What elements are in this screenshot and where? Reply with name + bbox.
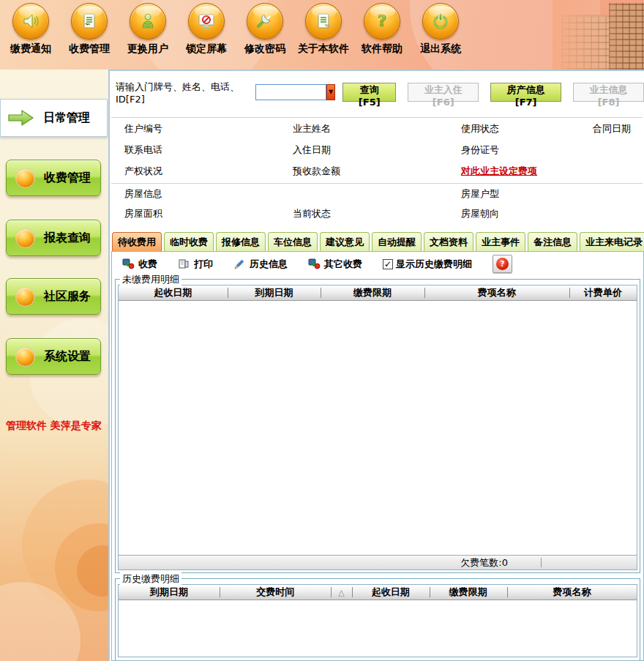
column-header-fee-name[interactable]: 费项名称 [424,285,569,300]
search-dropdown-button[interactable]: ▼ [326,84,335,100]
tab-repair-info[interactable]: 报修信息 [216,232,266,251]
tab-suggestions[interactable]: 建议意见 [320,232,370,251]
field-house-area: 房屋面积 [124,203,293,223]
toolbar-item-change-password[interactable]: 修改密码 [236,3,294,56]
about-icon [305,3,342,40]
top-toolbar: 缴费通知 收费管理 更换用户 锁定屏幕 修改密码 [0,0,644,70]
status-divider [541,558,542,567]
pending-fees-title: 未缴费用明细 [120,273,181,286]
column-header-start-date[interactable]: 起收日期 [352,585,430,600]
sidebar-item-label: 日常管理 [43,111,90,126]
toolbar-item-switch-user[interactable]: 更换用户 [119,3,177,56]
property-info-button[interactable]: 房产信息[F7] [490,83,561,102]
pending-table-body[interactable] [119,301,637,555]
column-header-due-date[interactable]: 到期日期 [119,585,220,600]
house-info-grid: 房屋信息 房屋户型 房屋面积 当前状态 房屋朝向 [110,184,644,223]
toolbar-item-about[interactable]: 关于本软件 [294,3,353,56]
tab-auto-reminder[interactable]: 自动提醒 [372,232,422,251]
sidebar-item-label: 系统设置 [44,349,91,365]
history-table-body[interactable] [119,600,637,657]
column-header-unit-price[interactable]: 计费单价 [569,285,637,300]
field-current-status: 当前状态 [293,203,461,223]
sidebar-item-community-service[interactable]: 社区服务 [6,278,101,315]
lock-screen-icon [188,3,225,40]
pending-fees-table: 起收日期 到期日期 缴费限期 费项名称 计费单价 欠费笔数:0 [118,285,637,570]
toolbar-item-help[interactable]: ? 软件帮助 [353,3,411,56]
other-charge-button[interactable]: 其它收费 [308,258,362,271]
owner-info-button[interactable]: 业主信息[F8] [573,83,644,102]
search-input[interactable] [255,84,326,100]
column-header-payment-deadline[interactable]: 缴费限期 [430,585,507,600]
checkbox-icon: ✓ [383,259,393,269]
field-id-number: 身份证号 [461,139,593,160]
tab-owner-calls[interactable]: 业主来电记录 [580,232,644,251]
power-icon [422,3,459,40]
field-house-type: 房屋户型 [461,184,593,203]
actions-toolbar: 收费 打印 历史信息 [112,252,643,276]
help-button[interactable]: ? [493,255,512,273]
pending-status-bar: 欠费笔数:0 [119,555,637,569]
search-label: 请输入门牌号、姓名、电话、ID[F2] [116,81,255,105]
svg-text:?: ? [378,12,386,30]
charge-icon [308,258,321,270]
decor-circle [22,479,108,611]
owner-checkin-button[interactable]: 业主入住[F6] [408,83,479,102]
toolbar-item-payment-notice[interactable]: 缴费通知 [1,3,60,56]
charge-button[interactable]: 收费 [122,258,157,271]
history-info-button[interactable]: 历史信息 [233,258,288,271]
decor-circle [55,523,108,611]
toolbar-item-exit[interactable]: 退出系统 [411,3,470,56]
field-usage-status: 使用状态 [461,118,593,139]
owner-info-grid: 住户编号 业主姓名 使用状态 合同日期 联系电话 入住日期 身份证号 产权状况 … [110,118,644,182]
sidebar-item-daily-management[interactable]: 日常管理 [0,99,108,137]
charge-icon [122,258,135,270]
pending-table-header: 起收日期 到期日期 缴费限期 费项名称 计费单价 [119,285,637,301]
sidebar-item-report-query[interactable]: 报表查询 [6,220,101,256]
toolbar-label: 退出系统 [420,42,461,56]
document-icon [71,3,108,40]
orb-icon [15,347,35,367]
toolbar-item-charge-management[interactable]: 收费管理 [60,3,119,56]
history-fees-table: 到期日期 交费时间 △ 起收日期 缴费限期 费项名称 [118,584,637,657]
history-table-header: 到期日期 交费时间 △ 起收日期 缴费限期 费项名称 [119,585,637,600]
sidebar-item-system-settings[interactable]: 系统设置 [6,338,101,375]
show-history-checkbox[interactable]: ✓ 显示历史缴费明细 [383,258,472,271]
tab-bar: 待收费用 临时收费 报修信息 车位信息 建议意见 自动提醒 文档资料 业主事件 … [110,232,644,251]
pencil-icon [233,258,246,270]
column-header-pay-time[interactable]: 交费时间 [220,585,331,600]
column-header-payment-deadline[interactable]: 缴费限期 [321,285,424,300]
speaker-icon [12,3,49,40]
tab-temporary-fees[interactable]: 临时收费 [164,232,214,251]
decor-circle [77,545,108,597]
column-header-due-date[interactable]: 到期日期 [228,285,321,300]
tab-documents[interactable]: 文档资料 [424,232,473,251]
tab-parking-info[interactable]: 车位信息 [268,232,318,251]
decor-circle [0,582,80,661]
pending-fees-section: 未缴费用明细 起收日期 到期日期 缴费限期 费项名称 计费单价 欠费笔数:0 [115,279,640,573]
sidebar-item-label: 收费管理 [44,171,91,186]
sort-indicator-icon[interactable]: △ [331,585,351,600]
sidebar-item-label: 报表查询 [44,231,91,246]
tab-pending-fees[interactable]: 待收费用 [112,232,162,251]
print-button[interactable]: 打印 [178,258,213,271]
column-header-start-date[interactable]: 起收日期 [119,285,228,300]
toolbar-item-lock-screen[interactable]: 锁定屏幕 [177,3,236,56]
toolbar-label: 锁定屏幕 [186,42,227,56]
question-icon: ? [496,258,509,270]
sidebar: 日常管理 收费管理 报表查询 社区服务 系统设置 管理软件 美萍是专家 [0,70,108,661]
printer-icon [178,258,190,270]
tab-remarks[interactable]: 备注信息 [528,232,577,251]
field-phone: 联系电话 [124,139,293,160]
sidebar-item-charge-management[interactable]: 收费管理 [6,160,101,196]
toolbar-label: 软件帮助 [362,42,402,56]
orb-icon [15,228,35,248]
query-button[interactable]: 查询[F5] [342,83,396,102]
history-fees-title: 历史缴费明细 [120,572,181,586]
field-property-rights: 产权状况 [124,160,293,182]
set-fee-link[interactable]: 对此业主设定费项 [461,165,537,178]
column-header-fee-name[interactable]: 费项名称 [507,585,637,600]
tab-owner-events[interactable]: 业主事件 [476,232,525,251]
field-resident-no: 住户编号 [124,118,293,139]
toolbar-label: 关于本软件 [298,42,349,56]
orb-icon [15,168,35,188]
